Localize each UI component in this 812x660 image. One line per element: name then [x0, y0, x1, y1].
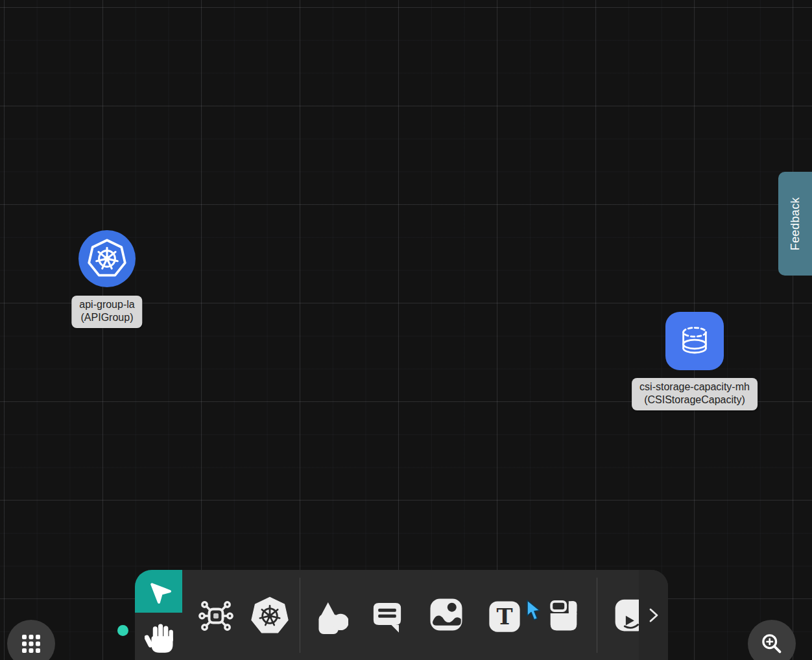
kubernetes-tool-button[interactable]	[249, 596, 291, 636]
apps-grid-icon	[21, 634, 41, 654]
clipped-tool-icon	[614, 598, 639, 632]
node-csi-storage[interactable]	[665, 312, 724, 370]
toolbar-divider	[597, 578, 597, 653]
image-tool-button[interactable]	[427, 596, 465, 633]
storage-cylinder-icon	[675, 321, 715, 361]
text-tool-glyph: T	[496, 604, 512, 630]
text-tool-button[interactable]: T	[486, 598, 523, 635]
diagram-canvas[interactable]: api-group-la (APIGroup) csi-storage-capa…	[0, 0, 812, 660]
pan-tool-button[interactable]	[141, 620, 179, 657]
expand-toolbar-button[interactable]	[639, 570, 668, 660]
circuit-chip-icon	[198, 598, 234, 634]
comment-icon	[370, 599, 404, 634]
select-cursor-icon	[146, 578, 172, 604]
node-kind: (APIGroup)	[79, 311, 134, 324]
hand-icon	[145, 622, 176, 655]
toolbar-divider	[300, 578, 300, 653]
node-name: api-group-la	[79, 298, 134, 311]
kubernetes-icon	[250, 596, 290, 635]
node-api-group[interactable]	[78, 230, 136, 287]
toolbar: T	[135, 570, 668, 660]
feedback-tab[interactable]: Feedback	[778, 172, 812, 276]
zoom-in-icon	[758, 630, 785, 657]
status-dot	[117, 625, 128, 636]
connection-tool-button[interactable]	[197, 597, 235, 635]
node-label-api-group[interactable]: api-group-la (APIGroup)	[71, 296, 142, 328]
select-tool-button[interactable]	[135, 570, 182, 613]
kubernetes-icon	[87, 239, 127, 279]
shapes-tool-button[interactable]	[313, 598, 349, 635]
image-icon	[428, 596, 464, 633]
feedback-label: Feedback	[789, 197, 802, 250]
clipped-tool-button[interactable]	[614, 598, 639, 633]
apps-menu-button[interactable]	[7, 620, 55, 660]
zoom-in-button[interactable]	[748, 620, 796, 660]
chevron-right-icon	[647, 607, 661, 624]
text-icon: T	[487, 599, 522, 634]
save-tool-button[interactable]	[547, 598, 580, 632]
node-label-csi-storage[interactable]: csi-storage-capacity-mh (CSIStorageCapac…	[632, 378, 758, 410]
save-icon	[547, 599, 580, 631]
shapes-icon	[313, 599, 348, 634]
comment-tool-button[interactable]	[369, 598, 405, 635]
node-kind: (CSIStorageCapacity)	[639, 394, 750, 407]
node-name: csi-storage-capacity-mh	[639, 381, 750, 394]
